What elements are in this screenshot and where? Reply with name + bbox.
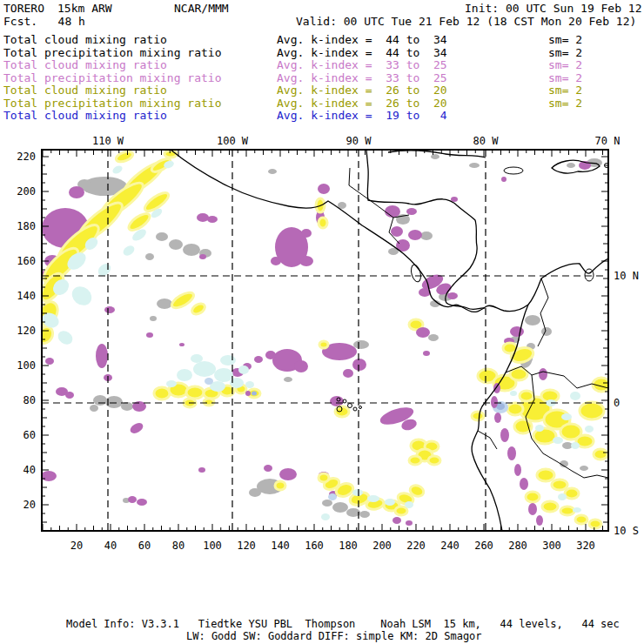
weather-region-gy [525, 315, 540, 325]
weather-region-gy [567, 163, 575, 168]
weather-region-cy [367, 495, 379, 502]
axis-label: 90 W [346, 135, 372, 147]
weather-region-ye [154, 387, 170, 399]
island-outline [585, 269, 594, 281]
axis-label: 0 [614, 397, 620, 409]
axis-label: 60 [23, 429, 36, 441]
weather-region-cy [220, 355, 236, 366]
weather-region-ye [186, 386, 204, 399]
model-info-line1: Model Info: V3.3.1 Tiedtke YSU PBL Thomp… [66, 619, 620, 630]
weather-region-pu [264, 465, 272, 472]
island-outline [359, 406, 362, 409]
weather-region-pu [352, 359, 366, 371]
weather-region-cy [214, 368, 233, 382]
weather-region-ye [520, 391, 533, 401]
weather-region-ye [514, 419, 532, 433]
weather-region-pu2 [493, 383, 500, 393]
weather-region-pu [198, 467, 205, 473]
weather-region-gy [249, 488, 261, 497]
weather-region-ye [204, 399, 214, 406]
weather-region-gy [428, 334, 439, 341]
axis-label: 260 [474, 540, 493, 552]
axis-label: 180 [339, 540, 358, 552]
axis-label: 140 [17, 290, 36, 302]
weather-region-cy [68, 283, 95, 310]
weather-region-bl2 [252, 392, 257, 396]
axis-label: 120 [17, 325, 36, 337]
weather-region-pu [146, 332, 153, 338]
axis-label: 110 W [92, 135, 124, 147]
weather-region-gy [322, 500, 332, 506]
weather-region-gy [183, 244, 200, 256]
weather-region-ye [472, 412, 484, 420]
weather-region-bl [205, 378, 213, 385]
weather-region-gy [359, 511, 370, 518]
weather-region-pu2 [507, 446, 516, 460]
weather-region-cy [561, 413, 572, 420]
weather-region-pu [447, 292, 458, 299]
weather-region-gy [431, 154, 439, 159]
weather-region-ye [565, 488, 579, 499]
axis-label: 60 [138, 540, 151, 552]
weather-region-pu2 [528, 503, 537, 515]
island-outline [348, 404, 352, 408]
weather-region-pu2 [245, 391, 251, 396]
weather-region-pu [96, 344, 108, 368]
forecast-plot: TORERO 15km ARW NCAR/MMM Init: 00 UTC Su… [0, 0, 644, 644]
weather-region-pu [318, 184, 330, 194]
axis-label: 40 [104, 540, 117, 552]
weather-region-cy [191, 354, 203, 363]
weather-region-pu [265, 351, 276, 359]
axis-label: 20 [70, 540, 83, 552]
weather-region-pu [41, 471, 57, 481]
weather-region-cy [573, 507, 581, 513]
weather-region-gy [284, 377, 292, 382]
weather-region-ye [395, 506, 407, 515]
axis-label: 10 N [614, 270, 639, 282]
weather-region-bl [328, 493, 337, 500]
weather-region-ye [275, 481, 285, 490]
axis-label: 70 N [595, 135, 621, 147]
weather-region-ye [428, 456, 440, 465]
weather-region-pu [128, 496, 137, 503]
weather-region-gy [90, 405, 98, 412]
weather-region-pu2 [416, 327, 430, 338]
weather-region-pu2 [514, 464, 521, 476]
weather-region-pu [104, 306, 115, 313]
weather-region-gy [420, 231, 433, 240]
weather-region-gy [156, 232, 168, 241]
weather-region-cy [56, 328, 76, 347]
weather-region-pu2 [500, 428, 509, 442]
weather-region-cy [321, 513, 330, 520]
weather-region-ye [115, 150, 134, 164]
weather-region-pu [179, 343, 184, 346]
axis-label: 40 [23, 464, 36, 476]
weather-region-pu [392, 517, 401, 524]
weather-region-ye [575, 515, 587, 524]
weather-region-pu [294, 360, 308, 372]
weather-region-gy [93, 395, 107, 406]
weather-region-pu2 [536, 515, 543, 526]
weather-region-cy [121, 244, 136, 258]
axis-label: 320 [576, 540, 595, 552]
weather-region-gy [157, 299, 172, 309]
axis-label: 100 W [217, 135, 249, 147]
weather-region-pu [343, 369, 353, 378]
weather-region-ye [507, 403, 523, 415]
weather-region-ye [589, 520, 601, 528]
weather-region-ye [126, 211, 152, 233]
axis-label: 280 [508, 540, 527, 552]
weather-region-pu [254, 356, 263, 363]
weather-region-pu [406, 520, 413, 526]
weather-region-pu [385, 205, 400, 218]
weather-region-pu [330, 396, 344, 406]
weather-region-gy [469, 163, 480, 168]
weather-region-cy [111, 164, 124, 176]
weather-region-pu [45, 358, 54, 365]
weather-region-pu [65, 392, 74, 399]
axis-label: 120 [237, 540, 256, 552]
weather-region-cy [558, 493, 567, 500]
weather-region-pu [279, 468, 297, 480]
model-info-line2: LW: Godd SW: Goddard DIFF: simple KM: 2D… [186, 631, 482, 642]
axis-label: 100 [17, 359, 36, 372]
